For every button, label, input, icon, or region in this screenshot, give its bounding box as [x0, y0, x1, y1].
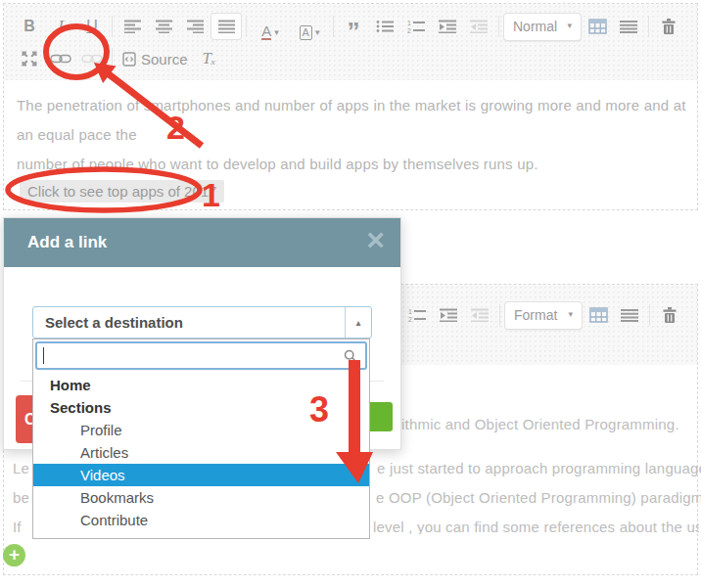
- numbered-list-icon: 12: [408, 308, 426, 322]
- paragraph-line-2: number of people who want to develop and…: [17, 150, 694, 179]
- svg-text:1: 1: [407, 20, 411, 26]
- modal-title: Add a link: [27, 218, 107, 267]
- source-label: Source: [141, 51, 188, 68]
- text-fragment: ithmic and Object Oriented Programming.: [401, 416, 679, 432]
- indent-icon: [439, 20, 456, 33]
- text-cursor: [43, 347, 44, 364]
- text-fragment: If: [13, 519, 22, 534]
- paragraph-style-select[interactable]: Normal ▾: [503, 13, 582, 41]
- divider: [499, 304, 500, 326]
- numbered-list-button[interactable]: 12: [400, 13, 432, 40]
- destination-select-value: Select a destination: [33, 307, 345, 338]
- paragraph-style-value: Format: [514, 307, 557, 323]
- chevron-down-icon: ▾: [315, 27, 320, 37]
- divider: [648, 16, 649, 37]
- source-button[interactable]: Source: [117, 51, 194, 68]
- delete-button[interactable]: [654, 301, 685, 329]
- insert-table-button[interactable]: [582, 13, 613, 40]
- bullet-list-icon: [376, 20, 394, 33]
- bg-color-button[interactable]: A ▾: [290, 13, 329, 40]
- align-right-icon: [187, 20, 204, 33]
- paragraph-style-select[interactable]: Format ▾: [504, 301, 583, 330]
- add-block-button[interactable]: +: [3, 544, 25, 566]
- link-chip[interactable]: Click to see top apps of 2017: [20, 180, 224, 203]
- paragraph[interactable]: The penetration of smartphones and numbe…: [17, 91, 694, 179]
- maximize-icon: [22, 51, 37, 67]
- delete-button[interactable]: [653, 13, 684, 40]
- align-center-button[interactable]: [148, 13, 179, 40]
- unlink-button[interactable]: [76, 45, 108, 72]
- insert-hr-button[interactable]: [613, 13, 644, 40]
- dropdown-item-contribute[interactable]: Contribute: [33, 509, 369, 531]
- chevron-down-icon: ▾: [568, 309, 573, 319]
- search-icon: [344, 349, 358, 364]
- divider: [112, 48, 113, 69]
- divider: [112, 16, 113, 37]
- italic-button[interactable]: I: [45, 13, 76, 40]
- close-icon[interactable]: ×: [366, 222, 385, 258]
- dropdown-item-videos[interactable]: Videos: [33, 464, 369, 486]
- outdent-icon: [471, 308, 489, 322]
- dropdown-item-sections[interactable]: Sections: [33, 396, 369, 419]
- align-right-button[interactable]: [179, 13, 210, 40]
- svg-text:2: 2: [407, 27, 411, 33]
- chevron-up-icon: ▴: [345, 307, 371, 338]
- search-box: [35, 341, 367, 370]
- modal-header: Add a link ×: [4, 218, 400, 267]
- divider: [246, 16, 247, 37]
- text-fragment: be: [13, 489, 29, 506]
- dropdown-item-profile[interactable]: Profile: [33, 419, 369, 441]
- destination-dropdown-panel: Home Sections Profile Articles Videos Bo…: [32, 339, 370, 539]
- bold-button[interactable]: B: [14, 13, 45, 40]
- underline-button[interactable]: U: [76, 13, 108, 40]
- justify-icon: [218, 20, 235, 33]
- unlink-icon: [81, 53, 103, 65]
- text-fragment: e just started to approach programming l…: [377, 460, 701, 476]
- bg-color-letter: A: [300, 25, 312, 40]
- blockquote-button[interactable]: ”: [338, 8, 369, 45]
- chevron-down-icon: ▾: [274, 27, 279, 37]
- svg-text:1: 1: [408, 308, 412, 315]
- indent-button[interactable]: [433, 301, 464, 329]
- trash-icon: [662, 19, 676, 34]
- page: B I U A ▾ A ▾ ” 12: [0, 0, 701, 588]
- dropdown-item-home[interactable]: Home: [33, 374, 369, 396]
- link-icon: [50, 53, 71, 65]
- numbered-list-button[interactable]: 12: [401, 301, 433, 329]
- align-left-button[interactable]: [117, 13, 148, 40]
- outdent-icon: [470, 20, 488, 33]
- divider: [649, 304, 650, 326]
- numbered-list-icon: 12: [407, 20, 425, 33]
- horizontal-lines-icon: [621, 309, 638, 322]
- maximize-button[interactable]: [14, 45, 45, 72]
- toolbar-row-2: Source Tₓ: [14, 45, 225, 72]
- dropdown-item-articles[interactable]: Articles: [33, 441, 369, 464]
- indent-icon: [440, 308, 457, 322]
- divider: [498, 16, 499, 37]
- paragraph-line-1: The penetration of smartphones and numbe…: [17, 91, 694, 150]
- outdent-button[interactable]: [464, 301, 495, 329]
- divider: [333, 16, 334, 37]
- dropdown-item-bookmarks[interactable]: Bookmarks: [33, 486, 369, 509]
- bullet-list-button[interactable]: [369, 13, 400, 40]
- text-color-letter: A: [261, 23, 271, 40]
- dropdown-item-contact-us[interactable]: Contact Us: [33, 531, 369, 539]
- paragraph-style-value: Normal: [513, 19, 557, 34]
- align-left-icon: [124, 20, 141, 33]
- justify-button[interactable]: [210, 13, 242, 40]
- indent-button[interactable]: [432, 13, 463, 40]
- table-icon: [589, 307, 608, 323]
- insert-table-button[interactable]: [583, 301, 614, 329]
- remove-format-button[interactable]: Tₓ: [194, 45, 225, 72]
- search-input[interactable]: [43, 345, 341, 368]
- align-center-icon: [156, 20, 172, 33]
- outdent-button[interactable]: [463, 13, 494, 40]
- insert-hr-button[interactable]: [614, 301, 645, 329]
- text-color-button[interactable]: A ▾: [251, 13, 290, 40]
- text-fragment: e OOP (Object Oriented Programming) para…: [376, 489, 701, 506]
- add-link-button[interactable]: [45, 45, 76, 72]
- trash-icon: [663, 307, 677, 323]
- destination-select[interactable]: Select a destination ▴: [32, 306, 372, 339]
- toolbar-row: 12 Format ▾: [401, 301, 685, 329]
- svg-text:2: 2: [408, 316, 412, 322]
